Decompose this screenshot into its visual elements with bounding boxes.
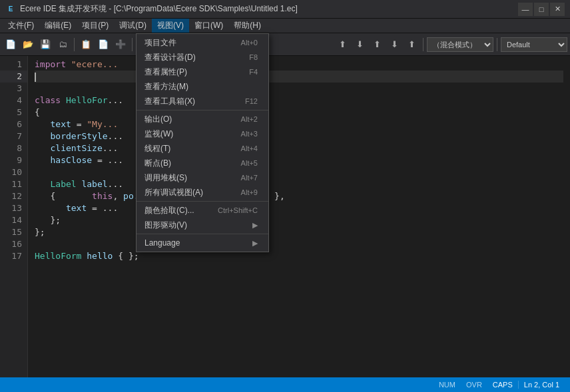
tb-sep1 bbox=[74, 38, 75, 51]
mode-dropdown[interactable]: （混合模式） bbox=[427, 37, 493, 52]
save-all-button[interactable]: 🗂 bbox=[55, 37, 71, 53]
tb-sep2 bbox=[132, 38, 133, 51]
toolbar: 📄 📂 💾 🗂 📋 📄 ➕ ⚙ 🔨 ⬆ ⬇ ⬆ ⬇ ⬆ （混合模式） Defau… bbox=[0, 33, 570, 56]
line-num-9: 9 bbox=[0, 154, 27, 166]
line-num-7: 7 bbox=[0, 130, 27, 142]
line-num-16: 16 bbox=[0, 238, 27, 250]
code-line-9: hasClose = ... bbox=[35, 154, 563, 166]
code-line-8: clientSize... bbox=[35, 142, 563, 154]
line-num-2: 2 bbox=[0, 71, 27, 83]
line-num-14: 14 bbox=[0, 214, 27, 226]
add-button[interactable]: ➕ bbox=[113, 37, 129, 53]
code-editor[interactable]: import "ecere... class HelloFor... { tex… bbox=[28, 56, 570, 377]
code-line-10 bbox=[35, 166, 563, 178]
main-area: 1 2 3 4 5 6 7 8 9 10 11 12 13 14 15 16 1… bbox=[0, 56, 570, 377]
ovr-indicator: OVR bbox=[461, 381, 487, 389]
line-num-8: 8 bbox=[0, 142, 27, 154]
line-num-6: 6 bbox=[0, 118, 27, 130]
tb-sep5 bbox=[497, 38, 497, 51]
tb-arrow3[interactable]: ⬆ bbox=[369, 37, 385, 53]
title-bar: E Ecere IDE 集成开发环境 - [C:\ProgramData\Ece… bbox=[0, 0, 570, 19]
settings-button[interactable]: ⚙ bbox=[136, 37, 152, 53]
menu-help[interactable]: 帮助(H) bbox=[228, 19, 266, 33]
app-icon: E bbox=[5, 4, 16, 15]
code-line-7: borderStyle... bbox=[35, 130, 563, 142]
line-num-11: 11 bbox=[0, 178, 27, 190]
tb-btn6[interactable]: 📄 bbox=[95, 37, 111, 53]
tb-arrow1[interactable]: ⬆ bbox=[334, 37, 350, 53]
tb-btn5[interactable]: 📋 bbox=[78, 37, 94, 53]
tb-sep3 bbox=[172, 38, 173, 51]
close-button[interactable]: ✕ bbox=[550, 3, 565, 16]
line-num-5: 5 bbox=[0, 106, 27, 118]
caps-indicator: CAPS bbox=[487, 381, 518, 389]
tb-arrow4[interactable]: ⬇ bbox=[386, 37, 402, 53]
tb-sep4 bbox=[423, 38, 424, 51]
code-line-16 bbox=[35, 238, 563, 250]
code-line-12: { this, po...}, font = { "Arial", 30 }, bbox=[35, 190, 563, 202]
minimize-button[interactable]: — bbox=[518, 3, 533, 16]
code-line-13: text = ... bbox=[35, 202, 563, 214]
menu-edit[interactable]: 编辑(E) bbox=[39, 19, 77, 33]
line-numbers: 1 2 3 4 5 6 7 8 9 10 11 12 13 14 15 16 1… bbox=[0, 56, 28, 377]
code-line-4: class HelloFor... bbox=[35, 95, 563, 106]
code-line-2 bbox=[35, 71, 563, 83]
window-controls: — □ ✕ bbox=[518, 3, 565, 16]
num-indicator: NUM bbox=[433, 381, 461, 389]
default-dropdown[interactable]: Default bbox=[501, 37, 567, 52]
code-line-6: text = "My... bbox=[35, 118, 563, 130]
save-button[interactable]: 💾 bbox=[37, 37, 53, 53]
code-line-11: Label label... bbox=[35, 178, 563, 190]
position-indicator: Ln 2, Col 1 bbox=[518, 381, 565, 389]
menu-bar: 文件(F) 编辑(E) 项目(P) 调试(D) 视图(V) 窗口(W) 帮助(H… bbox=[0, 19, 570, 33]
open-button[interactable]: 📂 bbox=[20, 37, 36, 53]
menu-file[interactable]: 文件(F) bbox=[3, 19, 39, 33]
status-right: NUM OVR CAPS Ln 2, Col 1 bbox=[433, 381, 565, 389]
line-num-15: 15 bbox=[0, 226, 27, 238]
code-line-15: }; bbox=[35, 226, 563, 238]
title-bar-text: Ecere IDE 集成开发环境 - [C:\ProgramData\Ecere… bbox=[20, 3, 514, 15]
tb-arrow2[interactable]: ⬇ bbox=[352, 37, 368, 53]
restore-button[interactable]: □ bbox=[534, 3, 549, 16]
line-num-4: 4 bbox=[0, 95, 27, 106]
code-line-3 bbox=[35, 83, 563, 95]
menu-view[interactable]: 视图(V) bbox=[152, 19, 189, 33]
line-num-1: 1 bbox=[0, 59, 27, 71]
new-button[interactable]: 📄 bbox=[3, 37, 19, 53]
code-line-1: import "ecere... bbox=[35, 59, 563, 71]
tb-arrow5[interactable]: ⬆ bbox=[404, 37, 420, 53]
menu-debug[interactable]: 调试(D) bbox=[114, 19, 152, 33]
line-num-10: 10 bbox=[0, 166, 27, 178]
build-button[interactable]: 🔨 bbox=[153, 37, 169, 53]
line-num-3: 3 bbox=[0, 83, 27, 95]
menu-window[interactable]: 窗口(W) bbox=[189, 19, 228, 33]
line-num-12: 12 bbox=[0, 190, 27, 202]
menu-project[interactable]: 项目(P) bbox=[77, 19, 114, 33]
code-line-14: }; bbox=[35, 214, 563, 226]
line-num-17: 17 bbox=[0, 250, 27, 262]
code-line-17: HelloForm hello { }; bbox=[35, 250, 563, 262]
code-line-5: { bbox=[35, 106, 563, 118]
status-bar: NUM OVR CAPS Ln 2, Col 1 bbox=[0, 377, 570, 392]
line-num-13: 13 bbox=[0, 202, 27, 214]
